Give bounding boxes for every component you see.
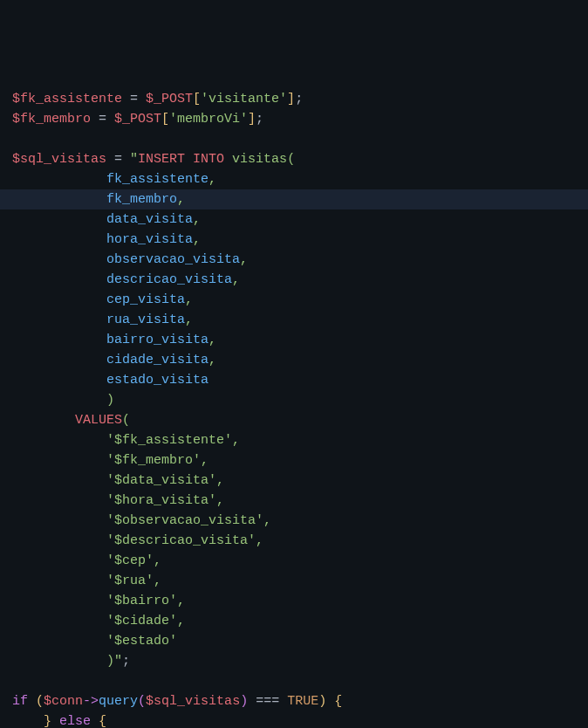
- code-line: '$descricao_visita',: [12, 531, 576, 551]
- code-line: ): [12, 390, 576, 410]
- code-line: $fk_assistente = $_POST['visitante'];: [12, 89, 576, 109]
- code-line: VALUES(: [12, 410, 576, 430]
- code-line: '$estado': [12, 631, 576, 651]
- code-line: cidade_visita,: [12, 350, 576, 370]
- code-line: '$observacao_visita',: [12, 511, 576, 531]
- code-line: descricao_visita,: [12, 270, 576, 290]
- code-line: bairro_visita,: [12, 330, 576, 350]
- code-line: hora_visita,: [12, 230, 576, 250]
- blank-line: [12, 129, 576, 149]
- code-line: '$fk_assistente',: [12, 430, 576, 450]
- code-editor[interactable]: $fk_assistente = $_POST['visitante'];$fk…: [12, 89, 576, 728]
- code-line: '$hora_visita',: [12, 491, 576, 511]
- code-line: )";: [12, 651, 576, 671]
- code-line: observacao_visita,: [12, 250, 576, 270]
- code-line: cep_visita,: [12, 290, 576, 310]
- blank-line: [12, 671, 576, 691]
- code-line: $sql_visitas = "INSERT INTO visitas(: [12, 149, 576, 169]
- code-line-highlighted: fk_membro,: [0, 189, 588, 209]
- code-line: $fk_membro = $_POST['membroVi'];: [12, 109, 576, 129]
- code-line: '$fk_membro',: [12, 450, 576, 470]
- code-line: '$cidade',: [12, 611, 576, 631]
- code-line: '$cep',: [12, 551, 576, 571]
- code-line: if ($conn->query($sql_visitas) === TRUE)…: [12, 691, 576, 711]
- code-line: rua_visita,: [12, 310, 576, 330]
- code-line: '$data_visita',: [12, 470, 576, 491]
- code-line: estado_visita: [12, 370, 576, 390]
- code-line: fk_assistente,: [12, 169, 576, 189]
- code-line: data_visita,: [12, 209, 576, 230]
- code-line: } else {: [12, 711, 576, 728]
- code-line: '$bairro',: [12, 591, 576, 611]
- code-line: '$rua',: [12, 571, 576, 591]
